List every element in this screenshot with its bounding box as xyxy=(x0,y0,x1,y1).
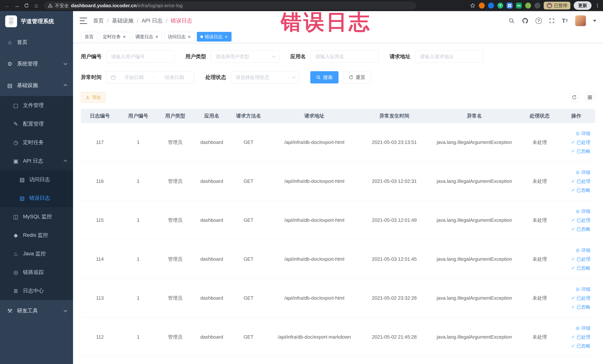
cell-app-name: dashboard xyxy=(193,240,231,279)
app-name-input[interactable] xyxy=(311,50,379,63)
sidebar-item[interactable]: ✎配置管理 xyxy=(0,115,73,133)
font-size-icon[interactable]: TT xyxy=(562,17,568,24)
export-button[interactable]: 导出 xyxy=(81,92,106,103)
forward-button[interactable]: → xyxy=(13,1,21,10)
sidebar-item[interactable]: ◎链路追踪 xyxy=(0,263,73,282)
view-detail-icon: ◎ xyxy=(576,207,580,215)
tab-item[interactable]: 调度日志× xyxy=(132,32,162,42)
logo[interactable]: 芋道管理系统 xyxy=(0,11,73,32)
y-extension-icon[interactable]: Y xyxy=(497,3,503,9)
detail-link[interactable]: ◎详细 xyxy=(576,285,590,293)
cell-exception: java.lang.IllegalArgumentException xyxy=(427,240,522,279)
action-label: 已忽略 xyxy=(577,341,590,350)
filter-row-1: 用户编号 用户类型 请选择用户类型 应用名 xyxy=(81,50,595,63)
reset-button-label: 重置 xyxy=(356,74,365,81)
tab-item[interactable]: 定时任务× xyxy=(99,32,129,42)
processed-link[interactable]: ✓已处理 xyxy=(571,255,590,263)
detail-link[interactable]: ◎详细 xyxy=(576,246,590,254)
breadcrumb-item[interactable]: 基础设施 xyxy=(112,17,133,24)
update-button[interactable]: 更新 xyxy=(574,1,591,10)
grid-extension-icon[interactable] xyxy=(507,3,512,9)
request-url-input[interactable] xyxy=(415,50,483,63)
reset-button[interactable]: 重置 xyxy=(343,71,371,83)
exception-time-range-input[interactable]: 开始日期 - 结束日期 xyxy=(106,71,194,83)
sidebar-item[interactable]: ⚒研发工具 xyxy=(0,300,73,322)
search-button[interactable]: 搜索 xyxy=(310,71,338,83)
tab-item[interactable]: 首页 xyxy=(81,32,97,42)
kebab-menu-icon[interactable] xyxy=(595,3,600,8)
bookmark-star-icon[interactable] xyxy=(470,3,475,8)
column-settings-button[interactable] xyxy=(584,92,595,103)
reload-button[interactable] xyxy=(22,1,31,10)
close-icon[interactable]: × xyxy=(155,34,159,39)
orange-extension-icon[interactable] xyxy=(479,3,485,9)
cell-time: 2021-05-03 12:01:45 xyxy=(362,240,427,279)
fullscreen-icon[interactable] xyxy=(549,18,555,24)
cell-exception: java.lang.IllegalArgumentException xyxy=(427,201,522,240)
processed-link[interactable]: ✓已处理 xyxy=(571,216,590,224)
sidebar-item[interactable]: ▣API 日志 xyxy=(0,152,73,170)
on-extension-icon[interactable]: on xyxy=(516,3,522,9)
tab-item[interactable]: 访问日志× xyxy=(164,32,195,42)
tab-active[interactable]: 错误日志× xyxy=(197,32,232,42)
processed-link[interactable]: ✓已处理 xyxy=(571,294,590,302)
breadcrumb-item[interactable]: API 日志 xyxy=(142,17,162,24)
sidebar-item[interactable]: ▧错误日志 xyxy=(0,189,73,207)
avatar[interactable] xyxy=(575,15,586,26)
url-path: /infra/log/api-error-log xyxy=(137,3,183,8)
ignored-link[interactable]: ✓已忽略 xyxy=(571,225,590,233)
processed-link[interactable]: ✓已处理 xyxy=(571,333,590,341)
processed-link[interactable]: ✓已处理 xyxy=(571,138,590,146)
close-icon[interactable]: × xyxy=(187,34,191,39)
ignored-link[interactable]: ✓已忽略 xyxy=(571,303,590,311)
detail-link[interactable]: ◎详细 xyxy=(576,168,590,176)
sidebar-item[interactable]: ≣日志中心 xyxy=(0,282,73,300)
close-icon[interactable]: × xyxy=(224,34,228,39)
process-status-select[interactable]: 请选择处理状态 xyxy=(231,71,299,83)
home-button[interactable]: ⌂ xyxy=(32,1,40,10)
breadcrumb-item[interactable]: 首页 xyxy=(93,17,104,24)
user-type-select[interactable]: 请选择用户类型 xyxy=(211,50,279,63)
cell-actions: ◎详细✓已处理✓已忽略 xyxy=(557,162,595,201)
sidebar-item[interactable]: ▢文件管理 xyxy=(0,96,73,115)
detail-link[interactable]: ◎详细 xyxy=(576,129,590,138)
github-icon[interactable] xyxy=(522,17,529,24)
end-date-placeholder: 结束日期 xyxy=(159,74,190,81)
detail-link[interactable]: ◎详细 xyxy=(576,207,590,215)
sidebar-item[interactable]: ▤基础设施 xyxy=(0,75,73,96)
ignored-link[interactable]: ✓已忽略 xyxy=(571,341,590,350)
sidebar-item[interactable]: ⚙系统管理 xyxy=(0,53,73,75)
ignored-link[interactable]: ✓已忽略 xyxy=(571,264,590,272)
detail-link[interactable]: ◎详细 xyxy=(576,324,590,332)
ignored-link[interactable]: ✓已忽略 xyxy=(571,186,590,194)
cell-user-type: 管理员 xyxy=(157,279,193,317)
close-icon[interactable]: × xyxy=(123,34,126,39)
refresh-button[interactable] xyxy=(569,92,580,103)
ignored-link[interactable]: ✓已忽略 xyxy=(571,147,590,155)
cell-user-type: 管理员 xyxy=(157,201,193,240)
chrome-toolbar-right: Y on 已暂停 更新 xyxy=(470,1,600,10)
leaf-extension-icon[interactable] xyxy=(525,3,531,9)
back-button[interactable]: ← xyxy=(3,1,12,10)
search-icon[interactable] xyxy=(509,18,515,24)
sidebar-item[interactable]: ◆Redis 监控 xyxy=(0,226,73,244)
caret-down-icon[interactable] xyxy=(593,20,596,22)
sidebar-item[interactable]: ⌂首页 xyxy=(0,32,73,53)
user-id-input[interactable] xyxy=(106,50,174,63)
column-header: 请求地址 xyxy=(267,109,362,123)
processed-link[interactable]: ✓已处理 xyxy=(571,177,590,186)
url-text: dashboard.yudao.iocoder.cn/infra/log/api… xyxy=(71,3,183,9)
paused-badge[interactable]: 已暂停 xyxy=(544,2,570,10)
paw-extension-icon[interactable] xyxy=(534,3,540,9)
drop-extension-icon[interactable] xyxy=(488,3,494,9)
help-icon[interactable]: ? xyxy=(535,18,542,24)
sidebar-item[interactable]: ◷定时任务 xyxy=(0,133,73,152)
job-icon: ◷ xyxy=(12,139,19,146)
action-label: 已处理 xyxy=(577,294,590,302)
sidebar-item[interactable]: ▧访问日志 xyxy=(0,170,73,189)
sidebar-item[interactable]: ◫MySQL 监控 xyxy=(0,207,73,226)
collapse-sidebar-icon[interactable] xyxy=(80,18,87,24)
url-bar[interactable]: 不安全 dashboard.yudao.iocoder.cn/infra/log… xyxy=(44,1,416,10)
view-detail-icon: ◎ xyxy=(576,129,580,138)
sidebar-item[interactable]: ♨Java 监控 xyxy=(0,244,73,263)
